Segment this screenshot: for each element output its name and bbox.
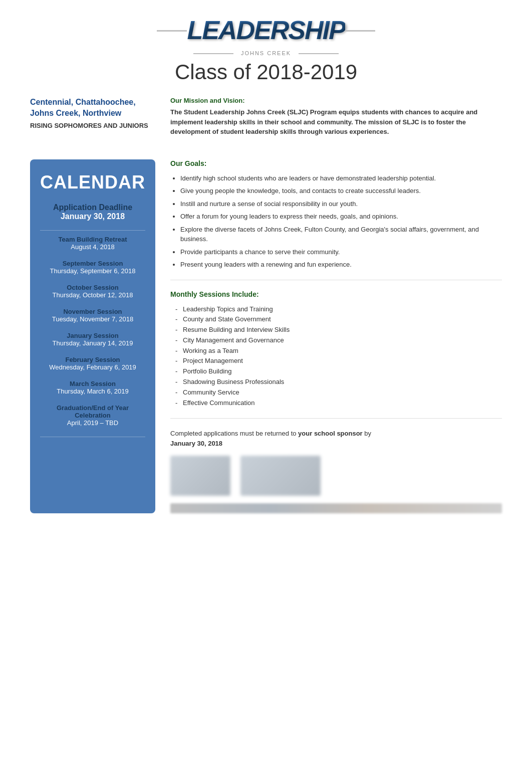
cal-event-name-6: February Session bbox=[40, 356, 145, 363]
intro-section: Centennial, Chattahoochee, Johns Creek, … bbox=[30, 97, 502, 147]
calendar-title: CALENDAR bbox=[40, 172, 145, 193]
cal-event-february: February Session Wednesday, February 6, … bbox=[40, 356, 145, 371]
right-content: Our Goals: Identify high school students… bbox=[170, 159, 502, 514]
contact-image-1 bbox=[170, 456, 230, 496]
contact-bar bbox=[170, 503, 502, 513]
session-item-2: Resume Building and Interview Skills bbox=[175, 325, 502, 335]
goal-item-2: Instill and nurture a sense of social re… bbox=[180, 199, 502, 209]
divider-1 bbox=[170, 280, 502, 280]
cal-event-date-5: Thursday, January 14, 2019 bbox=[40, 339, 145, 347]
goals-list: Identify high school students who are le… bbox=[170, 173, 502, 270]
session-item-5: Project Management bbox=[175, 356, 502, 366]
page: LEADERSHIP JOHNS CREEK Class of 2018-201… bbox=[0, 0, 532, 780]
session-item-4: Working as a Team bbox=[175, 346, 502, 356]
schools-name: Centennial, Chattahoochee, Johns Creek, … bbox=[30, 97, 150, 119]
session-item-9: Effective Communication bbox=[175, 398, 502, 409]
cal-event-november: November Session Tuesday, November 7, 20… bbox=[40, 308, 145, 323]
completion-text: Completed applications must be returned … bbox=[170, 429, 502, 448]
logo-text: LEADERSHIP bbox=[187, 15, 345, 45]
session-item-0: Leadership Topics and Training bbox=[175, 304, 502, 315]
goal-item-0: Identify high school students who are le… bbox=[180, 173, 502, 183]
cal-event-date-0: January 30, 2018 bbox=[40, 212, 145, 221]
cal-event-date-1: August 4, 2018 bbox=[40, 243, 145, 251]
contact-images bbox=[170, 456, 502, 496]
cal-event-team-building: Team Building Retreat August 4, 2018 bbox=[40, 236, 145, 251]
goal-item-6: Present young leaders with a renewing an… bbox=[180, 260, 502, 270]
cal-event-name-2: September Session bbox=[40, 260, 145, 267]
cal-event-march: March Session Thursday, March 6, 2019 bbox=[40, 380, 145, 395]
cal-event-application-deadline: Application Deadline January 30, 2018 bbox=[40, 203, 145, 221]
session-item-1: County and State Government bbox=[175, 314, 502, 325]
cal-event-date-7: Thursday, March 6, 2019 bbox=[40, 387, 145, 395]
goal-item-4: Explore the diverse facets of Johns Cree… bbox=[180, 225, 502, 244]
cal-event-name-5: January Session bbox=[40, 332, 145, 339]
cal-event-name-7: March Session bbox=[40, 380, 145, 387]
goal-item-3: Offer a forum for young leaders to expre… bbox=[180, 212, 502, 222]
divider-2 bbox=[170, 418, 502, 419]
logo-wrapper: LEADERSHIP bbox=[177, 15, 355, 45]
mission-text: The Student Leadership Johns Creek (SLJC… bbox=[170, 107, 502, 137]
cal-event-name-8: Graduation/End of Year Celebration bbox=[40, 404, 145, 419]
cal-event-name-0: Application Deadline bbox=[40, 203, 145, 212]
cal-event-september: September Session Thursday, September 6,… bbox=[40, 260, 145, 275]
monthly-sessions-title: Monthly Sessions Include: bbox=[170, 290, 502, 298]
cal-event-date-8: April, 2019 – TBD bbox=[40, 419, 145, 427]
cal-event-january: January Session Thursday, January 14, 20… bbox=[40, 332, 145, 347]
cal-event-date-6: Wednesday, February 6, 2019 bbox=[40, 363, 145, 371]
header: LEADERSHIP JOHNS CREEK Class of 2018-201… bbox=[30, 15, 502, 84]
cal-event-name-3: October Session bbox=[40, 284, 145, 291]
intro-right: Our Mission and Vision: The Student Lead… bbox=[170, 97, 502, 137]
goal-item-5: Provide participants a chance to serve t… bbox=[180, 247, 502, 257]
cal-event-date-4: Tuesday, November 7, 2018 bbox=[40, 315, 145, 323]
cal-event-name-4: November Session bbox=[40, 308, 145, 315]
goals-title: Our Goals: bbox=[170, 159, 502, 167]
cal-event-name-1: Team Building Retreat bbox=[40, 236, 145, 243]
session-item-3: City Management and Governance bbox=[175, 335, 502, 346]
logo-area: LEADERSHIP bbox=[30, 15, 502, 45]
session-item-8: Community Service bbox=[175, 387, 502, 398]
intro-left: Centennial, Chattahoochee, Johns Creek, … bbox=[30, 97, 150, 137]
session-item-7: Shadowing Business Professionals bbox=[175, 377, 502, 387]
mission-title: Our Mission and Vision: bbox=[170, 97, 502, 104]
subtitle-bar: JOHNS CREEK bbox=[30, 50, 502, 56]
calendar-sidebar: CALENDAR Application Deadline January 30… bbox=[30, 159, 155, 514]
main-content: CALENDAR Application Deadline January 30… bbox=[30, 159, 502, 514]
goal-item-1: Give young people the knowledge, tools, … bbox=[180, 186, 502, 196]
grade-level: RISING SOPHOMORES and JUNIORS bbox=[30, 122, 150, 129]
sessions-list: Leadership Topics and Training County an… bbox=[170, 304, 502, 409]
page-title: Class of 2018-2019 bbox=[30, 60, 502, 84]
contact-image-2 bbox=[240, 456, 321, 496]
cal-event-october: October Session Thursday, October 12, 20… bbox=[40, 284, 145, 299]
session-item-6: Portfolio Building bbox=[175, 366, 502, 377]
cal-event-graduation: Graduation/End of Year Celebration April… bbox=[40, 404, 145, 427]
cal-event-date-2: Thursday, September 6, 2018 bbox=[40, 267, 145, 275]
cal-event-date-3: Thursday, October 12, 2018 bbox=[40, 291, 145, 299]
